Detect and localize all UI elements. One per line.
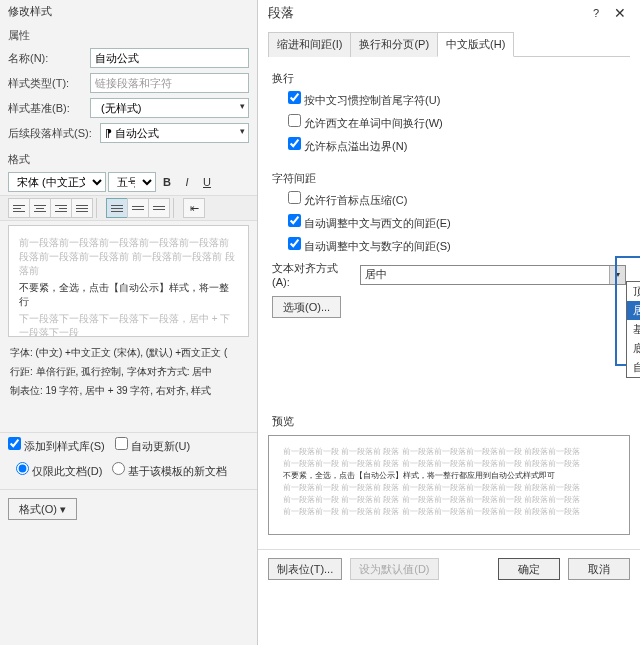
- preview-grey-line: 前一段落前一段 前一段落前 段落 前一段落前一段落前一段落前一段 前段落前一段落: [283, 494, 615, 506]
- left-title: 修改样式: [0, 0, 257, 22]
- preview-grey-line: 段落前一段落前一段落前 前一段落前一段落前 段落前: [19, 250, 238, 278]
- text-align-dropdown: 顶端对齐 居中 基线对齐 底端对齐 自动设置: [626, 281, 640, 378]
- template-radio[interactable]: 基于该模板的新文档: [112, 462, 227, 479]
- style-info-line: 行距: 单倍行距, 孤行控制, 字体对齐方式: 居中: [0, 364, 257, 383]
- base-select[interactable]: [90, 98, 249, 118]
- paragraph-dialog: 段落 ? ✕ 缩进和间距(I) 换行和分页(P) 中文版式(H) 换行 按中文习…: [258, 0, 640, 645]
- auto-update-checkbox[interactable]: 自动更新(U): [115, 437, 190, 454]
- type-label: 样式类型(T):: [8, 76, 90, 91]
- cjk-line-break-checkbox[interactable]: 按中文习惯控制首尾字符(U): [288, 91, 440, 108]
- underline-button[interactable]: U: [198, 173, 216, 191]
- cjk-latin-spacing-checkbox[interactable]: 自动调整中文与西文的间距(E): [288, 214, 451, 231]
- line-spacing-1-button[interactable]: [106, 198, 128, 218]
- line-spacing-2-button[interactable]: [127, 198, 149, 218]
- format-dropdown-button[interactable]: 格式(O) ▾: [8, 498, 77, 520]
- align-right-button[interactable]: [50, 198, 72, 218]
- font-toolbar: 宋体 (中文正文) 五号 B I U: [0, 169, 257, 195]
- name-input[interactable]: [90, 48, 249, 68]
- dropdown-item-center[interactable]: 居中: [627, 301, 640, 320]
- this-doc-radio[interactable]: 仅限此文档(D): [16, 462, 102, 479]
- add-to-gallery-checkbox[interactable]: 添加到样式库(S): [8, 437, 105, 454]
- compress-punct-checkbox[interactable]: 允许行首标点压缩(C): [288, 191, 407, 208]
- dropdown-item-baseline[interactable]: 基线对齐: [627, 320, 640, 339]
- cancel-button[interactable]: 取消: [568, 558, 630, 580]
- type-input: [90, 73, 249, 93]
- preview-label: 预览: [258, 412, 640, 431]
- follow-select[interactable]: [100, 123, 249, 143]
- paragraph-toolbar: ⇤: [0, 195, 257, 221]
- set-default-button: 设为默认值(D): [350, 558, 438, 580]
- dropdown-item-bottom[interactable]: 底端对齐: [627, 339, 640, 358]
- line-break-group: 换行: [258, 69, 640, 88]
- preview-grey-line: 前一段落前一段 前一段落前 段落 前一段落前一段落前一段落前一段 前段落前一段落: [283, 482, 615, 494]
- preview-sample-text: 不要紧，全选，点击【自动公示】样式，将一整行: [19, 281, 238, 309]
- font-size-select[interactable]: 五号: [108, 172, 156, 192]
- tab-indent-spacing[interactable]: 缩进和间距(I): [268, 32, 351, 57]
- chevron-down-icon: ▾: [240, 101, 245, 111]
- base-label: 样式基准(B):: [8, 101, 90, 116]
- dialog-buttons: 制表位(T)... 设为默认值(D) 确定 取消: [258, 549, 640, 588]
- cjk-number-spacing-checkbox[interactable]: 自动调整中文与数字的间距(S): [288, 237, 451, 254]
- italic-button[interactable]: I: [178, 173, 196, 191]
- tab-line-page-breaks[interactable]: 换行和分页(P): [350, 32, 438, 57]
- paragraph-preview: 前一段落前一段 前一段落前 段落 前一段落前一段落前一段落前一段 前段落前一段落…: [268, 435, 630, 535]
- tab-asian-typography[interactable]: 中文版式(H): [437, 32, 514, 57]
- latin-word-wrap-checkbox[interactable]: 允许西文在单词中间换行(W): [288, 114, 443, 131]
- indent-decrease-button[interactable]: ⇤: [183, 198, 205, 218]
- name-label: 名称(N):: [8, 51, 90, 66]
- line-spacing-3-button[interactable]: [148, 198, 170, 218]
- ok-button[interactable]: 确定: [498, 558, 560, 580]
- bold-button[interactable]: B: [158, 173, 176, 191]
- text-align-combo[interactable]: 居中: [360, 265, 626, 285]
- chevron-down-icon[interactable]: ▾: [609, 266, 625, 284]
- modify-style-dialog: 修改样式 属性 名称(N): 样式类型(T): 样式基准(B): ▾ 后续段落样…: [0, 0, 258, 645]
- align-justify-button[interactable]: [71, 198, 93, 218]
- style-preview: 前一段落前一段落前一段落前一段落前一段落前 段落前一段落前一段落前 前一段落前一…: [8, 225, 249, 337]
- preview-grey-line: 前一段落前一段 前一段落前 段落 前一段落前一段落前一段落前一段 前段落前一段落: [283, 458, 615, 470]
- style-info-line: 制表位: 19 字符, 居中 + 39 字符, 右对齐, 样式: [0, 383, 257, 402]
- preview-grey-line: 前一段落前一段 前一段落前 段落 前一段落前一段落前一段落前一段 前段落前一段落: [283, 506, 615, 518]
- dropdown-item-auto[interactable]: 自动设置: [627, 358, 640, 377]
- close-button[interactable]: ✕: [606, 5, 634, 21]
- char-spacing-group: 字符间距: [258, 169, 640, 188]
- preview-grey-line: 下一段落下一段落下一段落下一段落，居中 + 下一段落下一段: [19, 312, 238, 337]
- dropdown-item-top[interactable]: 顶端对齐: [627, 282, 640, 301]
- format-section-label: 格式: [0, 146, 257, 169]
- style-info-line: 字体: (中文) +中文正文 (宋体), (默认) +西文正文 (: [0, 341, 257, 364]
- text-align-label: 文本对齐方式(A):: [272, 261, 354, 288]
- follow-label: 后续段落样式(S):: [8, 126, 100, 141]
- align-left-button[interactable]: [8, 198, 30, 218]
- tab-stops-button[interactable]: 制表位(T)...: [268, 558, 342, 580]
- help-button[interactable]: ?: [586, 7, 606, 19]
- preview-grey-line: 前一段落前一段 前一段落前 段落 前一段落前一段落前一段落前一段 前段落前一段落: [283, 446, 615, 458]
- properties-label: 属性: [0, 22, 257, 45]
- right-title: 段落: [268, 4, 586, 22]
- preview-grey-line: 前一段落前一段落前一段落前一段落前一段落前: [19, 236, 238, 250]
- options-button[interactable]: 选项(O)...: [272, 296, 341, 318]
- tabs: 缩进和间距(I) 换行和分页(P) 中文版式(H): [268, 32, 630, 57]
- chevron-down-icon: ▾: [240, 126, 245, 136]
- preview-sample-text: 不要紧，全选，点击【自动公示】样式，将一整行都应用到自动公式样式即可: [283, 470, 615, 482]
- hanging-punct-checkbox[interactable]: 允许标点溢出边界(N): [288, 137, 407, 154]
- font-family-select[interactable]: 宋体 (中文正文): [8, 172, 106, 192]
- align-center-button[interactable]: [29, 198, 51, 218]
